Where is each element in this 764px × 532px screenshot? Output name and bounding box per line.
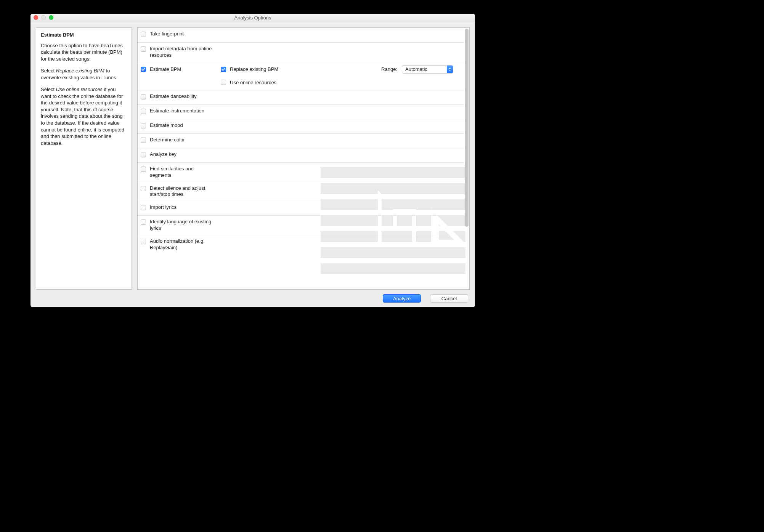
- checkbox-determine-color[interactable]: [141, 138, 146, 143]
- range-select[interactable]: Automatic: [402, 65, 453, 74]
- option-take-fingerprint[interactable]: Take fingerprint: [138, 28, 464, 42]
- scrollbar-thumb[interactable]: [465, 29, 469, 227]
- option-label: Estimate danceability: [150, 93, 197, 100]
- option-estimate-instrumentation[interactable]: Estimate instrumentation: [138, 104, 464, 119]
- option-label: Analyze key: [150, 151, 177, 158]
- option-analyze-key[interactable]: Analyze key: [138, 148, 464, 162]
- checkbox-import-lyrics[interactable]: [141, 205, 146, 210]
- checkbox-use-online[interactable]: [221, 80, 226, 85]
- window-title: Analysis Options: [234, 15, 271, 21]
- checkbox-detect-silence[interactable]: [141, 186, 146, 191]
- option-find-similarities[interactable]: Find similarities and segments: [138, 162, 464, 182]
- analysis-options-window: Analysis Options Estimate BPM Choose thi…: [30, 14, 475, 307]
- option-label: Use online resources: [230, 80, 276, 85]
- checkbox-estimate-instrumentation[interactable]: [141, 109, 146, 114]
- checkbox-find-similarities[interactable]: [141, 167, 146, 172]
- cancel-button[interactable]: Cancel: [430, 294, 468, 303]
- help-paragraph-2: Select Replace existing BPM to overwrite…: [41, 67, 127, 81]
- help-paragraph-3: Select Use online resources if you want …: [41, 86, 127, 146]
- checkbox-estimate-danceability[interactable]: [141, 94, 146, 99]
- option-label: Audio normalization (e.g. ReplayGain): [150, 238, 215, 251]
- help-panel: Estimate BPM Choose this option to have …: [36, 27, 132, 290]
- option-label: Identify language of existing lyrics: [150, 219, 215, 232]
- checkbox-replace-bpm[interactable]: [221, 67, 226, 72]
- analyze-button[interactable]: Analyze: [383, 294, 421, 303]
- option-determine-color[interactable]: Determine color: [138, 133, 464, 148]
- dialog-body: Estimate BPM Choose this option to have …: [30, 22, 475, 290]
- close-icon[interactable]: [34, 15, 38, 20]
- checkbox-estimate-bpm[interactable]: [141, 67, 146, 72]
- help-heading: Estimate BPM: [41, 32, 127, 38]
- option-audio-normalization[interactable]: Audio normalization (e.g. ReplayGain): [138, 235, 464, 254]
- option-label: Detect silence and adjust start/stop tim…: [150, 185, 215, 198]
- titlebar: Analysis Options: [30, 14, 475, 22]
- option-estimate-mood[interactable]: Estimate mood: [138, 119, 464, 133]
- option-label: Replace existing BPM: [230, 66, 278, 72]
- option-label: Estimate mood: [150, 122, 183, 129]
- option-label: Take fingerprint: [150, 31, 184, 37]
- range-label: Range:: [381, 66, 397, 72]
- option-label: Estimate BPM: [150, 66, 181, 72]
- checkbox-analyze-key[interactable]: [141, 152, 146, 157]
- checkbox-identify-language[interactable]: [141, 220, 146, 225]
- select-stepper-icon: [447, 66, 453, 73]
- option-detect-silence[interactable]: Detect silence and adjust start/stop tim…: [138, 182, 464, 201]
- range-value: Automatic: [405, 66, 427, 72]
- option-label: Import lyrics: [150, 204, 177, 211]
- option-import-metadata[interactable]: Import metadata from online resources: [138, 42, 464, 62]
- window-controls: [34, 15, 53, 20]
- option-estimate-danceability[interactable]: Estimate danceability: [138, 90, 464, 104]
- option-identify-language[interactable]: Identify language of existing lyrics: [138, 215, 464, 235]
- option-label: Find similarities and segments: [150, 166, 215, 179]
- dialog-footer: Analyze Cancel: [30, 290, 475, 307]
- option-label: Estimate instrumentation: [150, 108, 204, 114]
- options-panel: Take fingerprint Import metadata from on…: [137, 27, 470, 290]
- help-paragraph-1: Choose this option to have beaTunes calc…: [41, 42, 127, 62]
- option-label: Determine color: [150, 137, 185, 143]
- option-import-lyrics[interactable]: Import lyrics: [138, 201, 464, 215]
- zoom-icon[interactable]: [49, 15, 53, 20]
- option-estimate-bpm: Estimate BPM Replace existing BPM Range:…: [138, 62, 464, 90]
- checkbox-take-fingerprint[interactable]: [141, 32, 146, 37]
- checkbox-audio-normalization[interactable]: [141, 239, 146, 244]
- checkbox-estimate-mood[interactable]: [141, 123, 146, 128]
- minimize-icon: [41, 15, 46, 20]
- options-list: Take fingerprint Import metadata from on…: [138, 28, 464, 289]
- option-label: Import metadata from online resources: [150, 46, 215, 59]
- checkbox-import-metadata[interactable]: [141, 46, 146, 52]
